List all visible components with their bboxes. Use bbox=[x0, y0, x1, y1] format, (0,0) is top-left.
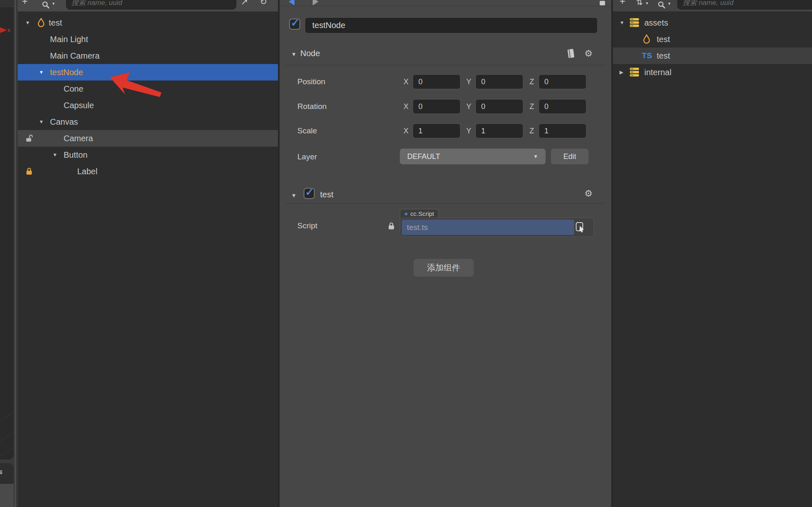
inspector-panel: ✓ ▼ Node ⚙ PositionXYZRotationXYZScaleXY… bbox=[280, 0, 611, 507]
node-section-collapse-icon[interactable]: ▼ bbox=[291, 51, 297, 57]
hierarchy-search-input[interactable] bbox=[66, 0, 236, 9]
script-asset-field[interactable]: test.ts bbox=[402, 220, 574, 235]
axis-group: Y bbox=[466, 99, 523, 114]
expand-arrow-icon[interactable]: ▼ bbox=[52, 152, 64, 158]
bottom-left-footer bbox=[0, 484, 14, 507]
menu-icon[interactable]: ≡ bbox=[0, 468, 2, 477]
section-divider bbox=[285, 203, 605, 204]
assets-toolbar: + ⇅ ▼ ▼ bbox=[613, 0, 812, 12]
lock-closed-icon bbox=[26, 168, 33, 175]
position-z-input[interactable] bbox=[539, 74, 586, 89]
expand-arrow-icon[interactable]: ▼ bbox=[39, 69, 50, 75]
expand-arrow-icon[interactable]: ▼ bbox=[25, 20, 36, 26]
scene-viewport[interactable]: x bbox=[0, 0, 14, 460]
tree-item-test[interactable]: ▼test bbox=[18, 14, 278, 31]
component-collapse-icon[interactable]: ▼ bbox=[291, 192, 297, 199]
inspector-menu-icon[interactable] bbox=[600, 1, 605, 5]
tree-item-cone[interactable]: Cone bbox=[18, 81, 278, 97]
tree-item-button[interactable]: ▼Button bbox=[18, 147, 278, 163]
component-enabled-checkbox[interactable]: ✓ bbox=[304, 188, 315, 199]
component-settings-gear-icon[interactable]: ⚙ bbox=[584, 188, 593, 199]
scale-x-input[interactable] bbox=[413, 123, 461, 138]
tree-item-label: Main Camera bbox=[50, 51, 100, 61]
tree-item-label: Button bbox=[64, 150, 88, 160]
select-asset-cursor-icon[interactable] bbox=[575, 221, 586, 235]
axis-group: Z bbox=[529, 123, 586, 138]
asset-item-test[interactable]: test bbox=[613, 31, 812, 47]
asset-item-test[interactable]: TStest bbox=[613, 47, 812, 64]
nav-back-icon[interactable] bbox=[289, 0, 294, 5]
asset-item-label: test bbox=[657, 51, 670, 61]
nav-forward-icon[interactable] bbox=[313, 0, 318, 5]
search-type-icon[interactable] bbox=[42, 1, 50, 11]
asset-item-assets[interactable]: ▼assets bbox=[613, 14, 812, 31]
scale-label: Scale bbox=[297, 126, 317, 135]
script-lock-icon bbox=[388, 222, 395, 232]
asset-item-internal[interactable]: ▶internal bbox=[613, 64, 812, 81]
node-settings-gear-icon[interactable]: ⚙ bbox=[584, 48, 593, 59]
axis-letter: Z bbox=[529, 127, 539, 135]
script-label: Script bbox=[297, 221, 318, 230]
tree-item-capsule[interactable]: Capsule bbox=[18, 97, 278, 114]
rotation-x-input[interactable] bbox=[413, 99, 461, 114]
expand-arrow-icon[interactable]: ▶ bbox=[620, 69, 629, 75]
layer-label: Layer bbox=[297, 152, 317, 161]
layer-dropdown[interactable]: DEFAULT ▼ bbox=[400, 149, 546, 164]
scale-y-input[interactable] bbox=[475, 123, 523, 138]
expand-arrow-icon[interactable]: ▼ bbox=[39, 119, 50, 125]
node-active-checkbox[interactable]: ✓ bbox=[289, 19, 300, 30]
tree-item-label: Camera bbox=[64, 134, 93, 143]
axis-group: X bbox=[404, 123, 461, 138]
scene-view-strip: x ≡ bbox=[0, 0, 14, 507]
position-x-input[interactable] bbox=[413, 74, 461, 89]
scale-z-input[interactable] bbox=[539, 123, 586, 138]
rotation-label: Rotation bbox=[297, 102, 327, 111]
tree-item-label[interactable]: Label bbox=[18, 163, 278, 180]
component-title: test bbox=[320, 190, 333, 199]
sort-icon[interactable]: ⇅ bbox=[636, 0, 643, 7]
layer-value: DEFAULT bbox=[407, 152, 440, 161]
check-icon: ✓ bbox=[305, 186, 314, 198]
add-component-button[interactable]: 添加组件 bbox=[413, 259, 474, 277]
scene-grid-line bbox=[0, 429, 14, 445]
x-axis-gizmo: x bbox=[0, 27, 10, 33]
node-docs-icon[interactable] bbox=[566, 48, 576, 60]
asset-type-diamond-icon: ◆ bbox=[404, 211, 408, 216]
search-filter-caret-icon[interactable]: ▼ bbox=[52, 2, 55, 6]
tree-item-main-light[interactable]: Main Light bbox=[18, 31, 278, 47]
assets-search-input[interactable] bbox=[677, 0, 812, 9]
splitter-line bbox=[15, 0, 16, 507]
create-node-button[interactable]: + bbox=[22, 0, 28, 7]
axis-group: Y bbox=[466, 74, 523, 89]
search-type-icon[interactable] bbox=[658, 1, 666, 11]
cocos-editor-window: x ≡ + ▼ ↗ ↻ ▼testMain LightMain Camera▼t… bbox=[0, 0, 812, 507]
rotation-z-input[interactable] bbox=[539, 99, 586, 114]
folder-db-icon bbox=[629, 18, 642, 27]
axis-group: X bbox=[404, 99, 461, 114]
search-filter-caret-icon[interactable]: ▼ bbox=[667, 2, 671, 6]
tree-item-camera[interactable]: Camera bbox=[18, 130, 278, 147]
locate-node-icon[interactable]: ↗ bbox=[241, 0, 248, 7]
folder-db-icon bbox=[629, 68, 642, 77]
tree-item-testnode[interactable]: ▼testNode bbox=[18, 64, 278, 81]
asset-item-label: test bbox=[657, 35, 670, 44]
axis-letter: Y bbox=[466, 102, 475, 111]
layer-edit-button[interactable]: Edit bbox=[551, 149, 589, 164]
node-name-input[interactable] bbox=[305, 17, 598, 33]
hierarchy-panel: + ▼ ↗ ↻ ▼testMain LightMain Camera▼testN… bbox=[18, 0, 278, 507]
expand-arrow-icon[interactable]: ▼ bbox=[620, 20, 629, 26]
scene-flame-icon bbox=[642, 34, 654, 45]
rotation-y-input[interactable] bbox=[475, 99, 523, 114]
refresh-icon[interactable]: ↻ bbox=[260, 0, 267, 7]
position-y-input[interactable] bbox=[475, 74, 523, 89]
tree-item-canvas[interactable]: ▼Canvas bbox=[18, 114, 278, 130]
panel-splitter[interactable] bbox=[14, 0, 18, 507]
axis-letter: Z bbox=[529, 78, 539, 86]
tree-item-main-camera[interactable]: Main Camera bbox=[18, 47, 278, 64]
create-asset-button[interactable]: + bbox=[620, 0, 625, 7]
axis-letter: Y bbox=[466, 127, 475, 135]
sort-caret-icon[interactable]: ▼ bbox=[645, 1, 649, 5]
assets-panel: + ⇅ ▼ ▼ ▼assetstestTStest▶internal bbox=[613, 0, 812, 507]
assets-tree: ▼assetstestTStest▶internal bbox=[613, 12, 812, 81]
tree-item-label: Cone bbox=[64, 84, 83, 94]
